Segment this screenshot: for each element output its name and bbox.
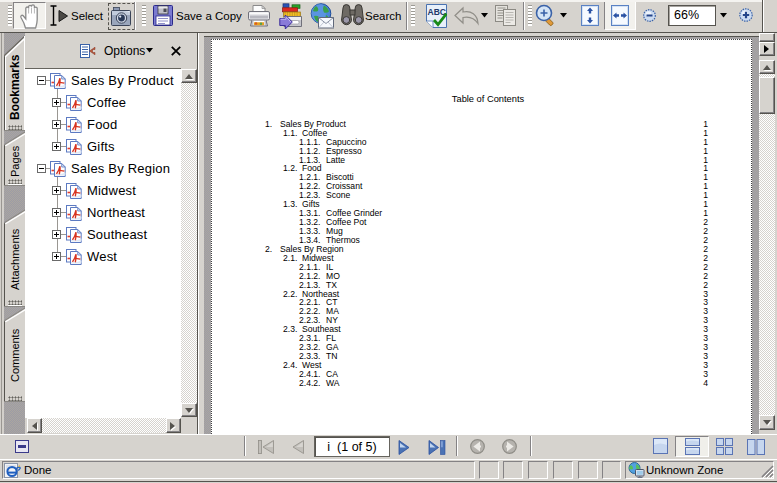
svg-text:ABC: ABC xyxy=(428,7,446,17)
